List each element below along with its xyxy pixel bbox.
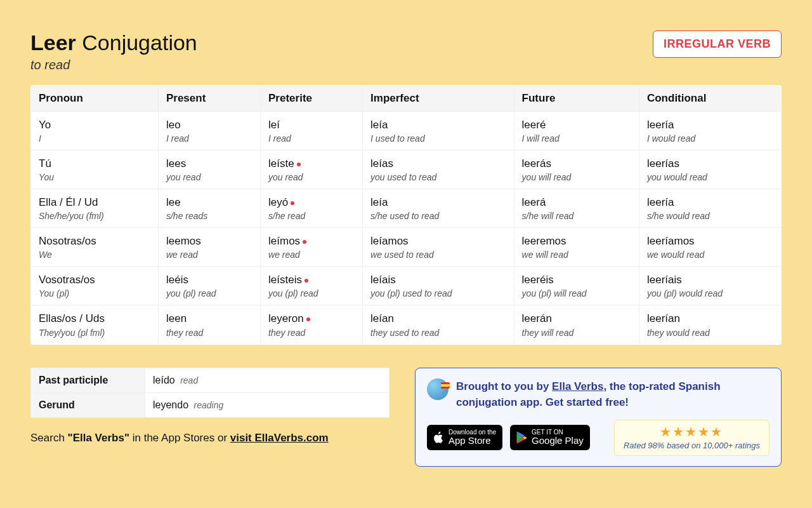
apple-icon [432,431,445,444]
visit-link[interactable]: visit EllaVerbs.com [230,432,329,444]
past-participle-label: Past participle [31,368,145,392]
pronoun-cell: TúYou [31,150,159,189]
table-row: Ellas/os / UdsThey/you (pl fml)leenthey … [31,305,782,344]
column-header: Pronoun [31,86,159,112]
column-header: Future [514,86,639,112]
column-header: Imperfect [363,86,514,112]
conjugation-cell: leerásyou will read [514,150,639,189]
irregular-badge: IRREGULAR VERB [653,30,782,58]
conjugation-cell: leíanthey used to read [363,305,514,344]
conjugation-cell: leíaisyou (pl) used to read [363,267,514,305]
gerund-value: leyendo reading [145,392,390,417]
irregular-dot-icon [291,201,294,205]
conjugation-cell: leeríaisyou (pl) would read [639,267,781,305]
conjugation-cell: leíamoswe used to read [363,228,514,267]
rating-text: Rated 98% based on 10,000+ ratings [624,441,760,450]
conjugation-cell: leerías/he would read [639,189,781,228]
conjugation-cell: leías/he used to read [363,189,514,228]
conjugation-cell: leísteyou read [261,150,363,189]
rating-box: ★★★★★ Rated 98% based on 10,000+ ratings [614,420,769,456]
title-block: Leer Conjugation to read [30,30,197,72]
conjugation-cell: leenthey read [158,305,260,344]
conjugation-cell: leeréI will read [514,112,639,150]
table-row: Vosotras/osYou (pl)leéisyou (pl) readleí… [31,267,782,305]
conjugation-cell: leíI read [261,112,363,150]
conjugation-cell: leeréisyou (pl) will read [514,267,639,305]
conjugation-cell: leesyou read [158,150,260,189]
page-title: Leer Conjugation [30,30,197,55]
table-row: TúYouleesyou readleísteyou readleíasyou … [31,150,782,189]
conjugation-cell: leoI read [158,112,260,150]
gerund-label: Gerund [31,392,145,417]
app-store-badge[interactable]: Download on theApp Store [427,425,502,450]
verb-meaning: to read [30,58,197,72]
conjugation-cell: leyós/he read [261,189,363,228]
conjugation-cell: leeránthey will read [514,305,639,344]
play-icon [515,431,528,444]
table-row: YoIleoI readleíI readleíaI used to readl… [31,112,782,150]
irregular-dot-icon [304,279,308,283]
conjugation-cell: leeríanthey would read [639,305,781,344]
promo-icon [427,378,449,400]
promo-text: Brought to you by Ella Verbs, the top-ra… [456,378,769,411]
column-header: Conditional [639,86,781,112]
irregular-dot-icon [306,318,310,321]
table-row: Ella / Él / UdShe/he/you (fml)lees/he re… [31,189,782,228]
conjugation-cell: leeríasyou would read [639,150,781,189]
conjugation-cell: leeríamoswe would read [639,228,781,267]
conjugation-cell: leerás/he will read [514,189,639,228]
promo-box: Brought to you by Ella Verbs, the top-ra… [415,368,782,467]
conjugation-cell: leísteisyou (pl) read [261,267,363,305]
pronoun-cell: YoI [31,112,159,150]
conjugation-table: PronounPresentPreteriteImperfectFutureCo… [30,85,782,345]
past-participle-value: leído read [145,368,390,392]
conjugation-cell: leemoswe read [158,228,260,267]
title-suffix: Conjugation [82,30,197,55]
conjugation-cell: leeríaI would read [639,112,781,150]
conjugation-cell: lees/he reads [158,189,260,228]
column-header: Preterite [261,86,363,112]
irregular-dot-icon [297,163,301,166]
stars-icon: ★★★★★ [624,424,760,439]
conjugation-cell: leéisyou (pl) read [158,267,260,305]
irregular-dot-icon [303,240,306,244]
pronoun-cell: Ellas/os / UdsThey/you (pl fml) [31,305,159,344]
pronoun-cell: Ella / Él / UdShe/he/you (fml) [31,189,159,228]
ella-verbs-link[interactable]: Ella Verbs [552,380,603,392]
search-line: Search "Ella Verbs" in the App Stores or… [30,432,390,444]
table-row: Nosotras/osWeleemoswe readleímoswe readl… [31,228,782,267]
forms-table: Past participle leído read Gerund leyend… [30,368,390,418]
verb-name: Leer [30,30,76,55]
conjugation-cell: leeremoswe will read [514,228,639,267]
google-play-badge[interactable]: GET IT ONGoogle Play [510,425,590,450]
column-header: Present [158,86,260,112]
conjugation-cell: leímoswe read [261,228,363,267]
conjugation-cell: leyeronthey read [261,305,363,344]
pronoun-cell: Vosotras/osYou (pl) [31,267,159,305]
pronoun-cell: Nosotras/osWe [31,228,159,267]
conjugation-cell: leíaI used to read [363,112,514,150]
conjugation-cell: leíasyou used to read [363,150,514,189]
